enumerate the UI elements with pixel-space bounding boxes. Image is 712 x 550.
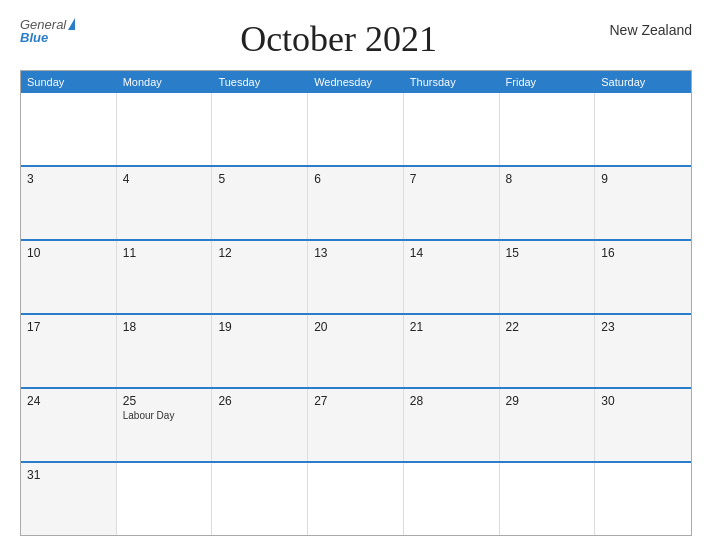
day-number: 13 <box>314 246 397 260</box>
day-number: 19 <box>218 320 301 334</box>
day-cell-10: 10 <box>21 241 117 313</box>
header-monday: Monday <box>117 71 213 93</box>
day-number: 10 <box>27 246 110 260</box>
day-cell-empty <box>308 93 404 165</box>
day-cell-13: 13 <box>308 241 404 313</box>
day-number: 9 <box>601 172 685 186</box>
day-cell-28: 28 <box>404 389 500 461</box>
day-number: 23 <box>601 320 685 334</box>
day-cell-empty <box>595 463 691 535</box>
day-cell-15: 15 <box>500 241 596 313</box>
day-cell-9: 9 <box>595 167 691 239</box>
day-cell-empty <box>117 93 213 165</box>
week-row-3: 10111213141516 <box>21 239 691 313</box>
day-cell-14: 14 <box>404 241 500 313</box>
day-cell-empty <box>404 463 500 535</box>
header-tuesday: Tuesday <box>212 71 308 93</box>
day-cell-4: 4 <box>117 167 213 239</box>
day-cell-empty <box>21 93 117 165</box>
day-cell-8: 8 <box>500 167 596 239</box>
day-cell-22: 22 <box>500 315 596 387</box>
day-number: 28 <box>410 394 493 408</box>
day-number: 26 <box>218 394 301 408</box>
header: General Blue October 2021 New Zealand <box>20 18 692 60</box>
day-cell-21: 21 <box>404 315 500 387</box>
day-number: 21 <box>410 320 493 334</box>
day-number: 17 <box>27 320 110 334</box>
day-number: 14 <box>410 246 493 260</box>
day-cell-12: 12 <box>212 241 308 313</box>
day-cell-empty <box>117 463 213 535</box>
week-row-5: 2425Labour Day2627282930 <box>21 387 691 461</box>
day-number: 15 <box>506 246 589 260</box>
day-cell-6: 6 <box>308 167 404 239</box>
week-row-2: 3456789 <box>21 165 691 239</box>
day-number: 25 <box>123 394 206 408</box>
day-cell-25: 25Labour Day <box>117 389 213 461</box>
day-cell-19: 19 <box>212 315 308 387</box>
week-row-6: 31 <box>21 461 691 535</box>
day-number: 11 <box>123 246 206 260</box>
header-friday: Friday <box>500 71 596 93</box>
calendar-title: October 2021 <box>75 18 602 60</box>
day-cell-29: 29 <box>500 389 596 461</box>
day-cell-empty <box>212 93 308 165</box>
day-number: 30 <box>601 394 685 408</box>
header-thursday: Thursday <box>404 71 500 93</box>
day-number: 18 <box>123 320 206 334</box>
day-cell-24: 24 <box>21 389 117 461</box>
day-cell-30: 30 <box>595 389 691 461</box>
day-number: 5 <box>218 172 301 186</box>
day-cell-empty <box>308 463 404 535</box>
calendar-title-block: October 2021 <box>75 18 602 60</box>
day-cell-31: 31 <box>21 463 117 535</box>
day-number: 3 <box>27 172 110 186</box>
weeks: 345678910111213141516171819202122232425L… <box>21 93 691 535</box>
day-cell-empty <box>500 463 596 535</box>
country-label: New Zealand <box>602 18 692 38</box>
day-cell-empty <box>500 93 596 165</box>
day-number: 16 <box>601 246 685 260</box>
day-cell-empty <box>595 93 691 165</box>
header-saturday: Saturday <box>595 71 691 93</box>
calendar-grid: Sunday Monday Tuesday Wednesday Thursday… <box>20 70 692 536</box>
day-cell-5: 5 <box>212 167 308 239</box>
header-wednesday: Wednesday <box>308 71 404 93</box>
day-cell-16: 16 <box>595 241 691 313</box>
week-row-4: 17181920212223 <box>21 313 691 387</box>
event-label: Labour Day <box>123 410 206 421</box>
day-number: 8 <box>506 172 589 186</box>
day-cell-11: 11 <box>117 241 213 313</box>
day-headers: Sunday Monday Tuesday Wednesday Thursday… <box>21 71 691 93</box>
logo-triangle-icon <box>68 18 75 30</box>
day-number: 4 <box>123 172 206 186</box>
day-number: 6 <box>314 172 397 186</box>
day-number: 29 <box>506 394 589 408</box>
week-row-1 <box>21 93 691 165</box>
header-sunday: Sunday <box>21 71 117 93</box>
day-number: 31 <box>27 468 110 482</box>
day-number: 27 <box>314 394 397 408</box>
calendar-page: General Blue October 2021 New Zealand Su… <box>0 0 712 550</box>
day-cell-empty <box>212 463 308 535</box>
day-cell-23: 23 <box>595 315 691 387</box>
day-number: 7 <box>410 172 493 186</box>
logo: General Blue <box>20 18 75 44</box>
day-number: 20 <box>314 320 397 334</box>
day-cell-empty <box>404 93 500 165</box>
day-cell-18: 18 <box>117 315 213 387</box>
day-cell-27: 27 <box>308 389 404 461</box>
day-cell-3: 3 <box>21 167 117 239</box>
day-cell-17: 17 <box>21 315 117 387</box>
day-number: 22 <box>506 320 589 334</box>
day-cell-26: 26 <box>212 389 308 461</box>
day-cell-7: 7 <box>404 167 500 239</box>
logo-blue-text: Blue <box>20 31 48 44</box>
day-cell-20: 20 <box>308 315 404 387</box>
day-number: 12 <box>218 246 301 260</box>
day-number: 24 <box>27 394 110 408</box>
